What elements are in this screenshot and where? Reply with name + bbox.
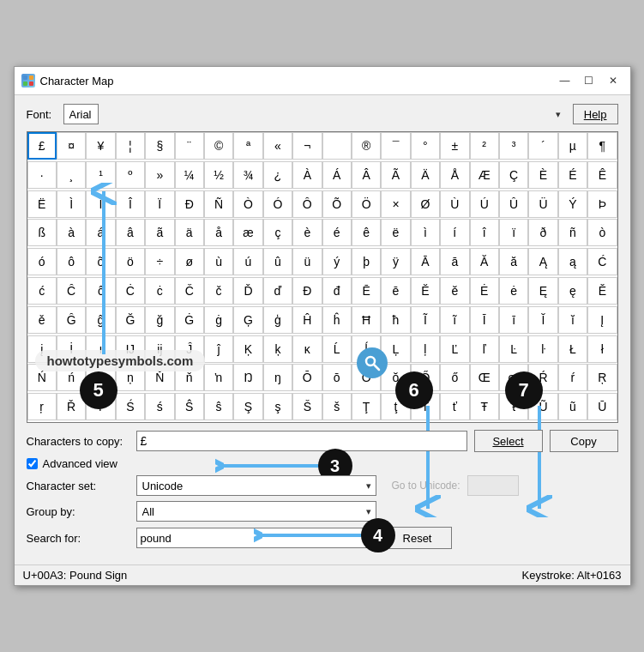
char-cell[interactable]: ġ <box>204 306 233 334</box>
char-cell[interactable]: Đ <box>292 277 322 305</box>
char-cell[interactable]: Í <box>86 190 115 218</box>
char-cell[interactable]: å <box>204 219 233 246</box>
char-cell[interactable]: ý <box>322 248 352 275</box>
char-cell[interactable]: ¼ <box>175 161 204 189</box>
char-cell[interactable]: ă <box>499 248 528 275</box>
char-cell[interactable]: ß <box>27 219 57 246</box>
char-cell[interactable]: ° <box>411 132 440 160</box>
char-cell[interactable]: ë <box>381 219 410 246</box>
close-button[interactable]: ✕ <box>603 72 623 89</box>
char-cell[interactable]: ¤ <box>57 132 86 160</box>
char-cell[interactable]: Č <box>175 277 204 305</box>
char-cell[interactable]: Ń <box>27 364 57 391</box>
char-cell[interactable]: ´ <box>528 132 557 160</box>
char-cell[interactable]: ħ <box>381 306 410 334</box>
char-cell[interactable]: « <box>263 132 292 160</box>
char-cell[interactable]: Ù <box>440 190 469 218</box>
char-cell[interactable]: È <box>528 161 557 189</box>
char-cell[interactable]: Ĳ <box>116 335 145 363</box>
char-cell[interactable]: Ŝ <box>175 393 204 420</box>
char-cell[interactable]: µ <box>558 132 587 160</box>
char-cell[interactable]: ŉ <box>204 364 233 391</box>
char-cell[interactable]: × <box>381 190 410 218</box>
char-cell[interactable]: ĕ <box>440 277 469 305</box>
char-cell[interactable]: Ŀ <box>499 335 528 363</box>
char-cell[interactable]: ũ <box>558 393 587 420</box>
char-cell[interactable]: ¸ <box>57 161 86 189</box>
char-cell[interactable]: ě <box>27 306 57 334</box>
char-cell[interactable]: č <box>204 277 233 305</box>
char-cell[interactable]: Ú <box>470 190 499 218</box>
char-cell[interactable]: Ö <box>352 190 381 218</box>
char-cell[interactable]: Š <box>292 393 322 420</box>
char-cell[interactable]: Ą <box>528 248 557 275</box>
char-cell[interactable]: © <box>204 132 233 160</box>
char-cell[interactable]: ÿ <box>381 248 410 275</box>
char-cell[interactable]: ı <box>86 335 115 363</box>
char-cell[interactable]: Ř <box>57 393 86 420</box>
char-cell[interactable]: ä <box>175 219 204 246</box>
char-cell[interactable]: ņ <box>116 364 145 391</box>
char-cell[interactable]: ú <box>233 248 262 275</box>
char-cell[interactable]: Ċ <box>116 277 145 305</box>
copy-button[interactable]: Copy <box>550 430 618 452</box>
char-cell[interactable]: Ī <box>470 306 499 334</box>
char-cell[interactable]: Ĥ <box>292 306 322 334</box>
char-cell[interactable]: ³ <box>499 132 528 160</box>
char-cell[interactable]: Ď <box>233 277 262 305</box>
char-cell[interactable]: í <box>440 219 469 246</box>
char-cell[interactable]: ģ <box>263 306 292 334</box>
char-cell[interactable]: ĺ <box>352 335 381 363</box>
char-cell[interactable]: Á <box>322 161 352 189</box>
char-cell[interactable]: ¨ <box>175 132 204 160</box>
char-cell[interactable]: Ŧ <box>470 393 499 420</box>
char-cell[interactable]: ĵ <box>204 335 233 363</box>
char-cell[interactable]: ô <box>57 248 86 275</box>
char-cell[interactable]: Ś <box>116 393 145 420</box>
char-cell[interactable]: ŀ <box>528 335 557 363</box>
char-cell[interactable]: Æ <box>470 161 499 189</box>
char-cell[interactable]: đ <box>322 277 352 305</box>
char-cell[interactable]: ŗ <box>27 393 57 420</box>
char-cell[interactable]: ţ <box>381 393 410 420</box>
char-cell[interactable]: é <box>322 219 352 246</box>
char-cell[interactable]: · <box>27 161 57 189</box>
char-cell[interactable]: Ħ <box>352 306 381 334</box>
char-cell[interactable]: Ý <box>558 190 587 218</box>
char-cell[interactable]: õ <box>86 248 115 275</box>
char-cell[interactable]: Ķ <box>233 335 262 363</box>
char-cell[interactable]: ö <box>116 248 145 275</box>
char-cell[interactable]: Ĩ <box>411 306 440 334</box>
char-cell[interactable]: ð <box>528 219 557 246</box>
char-cell[interactable]: Ĕ <box>411 277 440 305</box>
char-cell[interactable]: ğ <box>145 306 174 334</box>
advanced-view-checkbox[interactable] <box>27 458 38 469</box>
char-cell[interactable]: ó <box>27 248 57 275</box>
char-cell[interactable]: â <box>116 219 145 246</box>
char-cell[interactable]: Ì <box>57 190 86 218</box>
char-cell[interactable]: ŕ <box>558 364 587 391</box>
char-cell[interactable]: ę <box>558 277 587 305</box>
char-cell[interactable]: ň <box>175 364 204 391</box>
char-cell[interactable]: Ņ <box>86 364 115 391</box>
char-cell[interactable]: Ĝ <box>57 306 86 334</box>
char-cell[interactable]: œ <box>499 364 528 391</box>
char-cell[interactable]: û <box>263 248 292 275</box>
char-cell[interactable]: Ā <box>411 248 440 275</box>
char-cell[interactable]: ¬ <box>292 132 322 160</box>
char-cell[interactable]: Ļ <box>381 335 410 363</box>
char-cell[interactable]: š <box>322 393 352 420</box>
char-cell[interactable]: Ŕ <box>528 364 557 391</box>
char-cell[interactable]: Î <box>116 190 145 218</box>
char-cell[interactable]: Ţ <box>352 393 381 420</box>
char-cell[interactable]: Ó <box>263 190 292 218</box>
char-cell[interactable]: Ò <box>233 190 262 218</box>
char-cell[interactable]: à <box>57 219 86 246</box>
char-cell[interactable]: ļ <box>411 335 440 363</box>
char-cell[interactable]: ¾ <box>233 161 262 189</box>
char-cell[interactable]: À <box>292 161 322 189</box>
char-cell[interactable]: Û <box>499 190 528 218</box>
char-cell[interactable]: ā <box>440 248 469 275</box>
char-cell[interactable]: Ġ <box>175 306 204 334</box>
char-cell[interactable]: æ <box>233 219 262 246</box>
